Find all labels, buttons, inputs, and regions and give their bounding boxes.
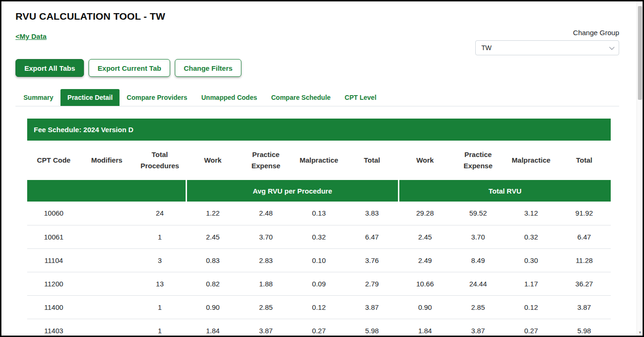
tab-practice-detail[interactable]: Practice Detail	[60, 89, 120, 106]
table-area: Fee Schedule: 2024 Version D CPT CodeMod…	[27, 119, 611, 337]
table-cell: 0.27	[505, 319, 558, 337]
app-window: RVU CALCULATION TOOL - TW <My Data Chang…	[0, 0, 644, 337]
table-cell: 2.45	[187, 225, 240, 248]
column-header: Total	[558, 141, 611, 180]
table-cell: 0.10	[292, 248, 345, 272]
table-cell: 2.48	[240, 202, 292, 225]
table-cell	[80, 225, 133, 248]
table-cell: 0.32	[292, 225, 345, 248]
table-body: 10060241.222.480.133.8329.2859.523.1291.…	[27, 202, 611, 337]
table-cell: 0.12	[292, 295, 345, 319]
group-header: Total RVU	[398, 180, 611, 202]
table-cell: 0.32	[505, 225, 558, 248]
column-header: Practice Expense	[451, 141, 504, 180]
table-cell: 3.87	[558, 295, 611, 319]
table-cell: 0.82	[187, 272, 240, 295]
table-cell: 0.90	[398, 295, 451, 319]
table-cell: 1	[133, 319, 186, 337]
table-row: 1110430.832.830.103.762.498.490.3011.28	[27, 248, 611, 272]
table-cell: 10060	[27, 202, 80, 225]
column-header: Malpractice	[505, 141, 558, 180]
column-header: Work	[398, 141, 451, 180]
chevron-down-icon	[609, 45, 614, 50]
table-cell	[80, 248, 133, 272]
table-cell: 2.45	[398, 225, 451, 248]
export-current-tab-button[interactable]: Export Current Tab	[89, 59, 170, 77]
table-cell: 5.98	[558, 319, 611, 337]
change-group-selected-value: TW	[481, 44, 492, 52]
top-row: <My Data Change Group TW	[15, 29, 619, 55]
table-cell: 3.70	[451, 225, 504, 248]
table-cell: 2.85	[240, 295, 292, 319]
vertical-scrollbar[interactable]: ▼	[637, 1, 643, 336]
group-header: Avg RVU per Procedure	[187, 180, 399, 202]
tab-summary[interactable]: Summary	[16, 89, 60, 106]
table-cell: 3.12	[505, 202, 558, 225]
page-title: RVU CALCULATION TOOL - TW	[15, 11, 619, 22]
scrollbar-down-arrow-icon[interactable]: ▼	[637, 330, 643, 335]
table-cell: 11.28	[558, 248, 611, 272]
toolbar: Export All Tabs Export Current Tab Chang…	[15, 59, 619, 77]
group-header	[27, 180, 187, 202]
table-cell: 0.09	[292, 272, 345, 295]
table-cell: 6.47	[345, 225, 398, 248]
change-group-select[interactable]: TW	[475, 40, 619, 55]
table-cell: 29.28	[398, 202, 451, 225]
change-group-label: Change Group	[475, 29, 619, 37]
rvu-table: CPT CodeModifiersTotal ProceduresWorkPra…	[27, 141, 611, 337]
table-cell: 0.83	[187, 248, 240, 272]
table-cell: 2.83	[240, 248, 292, 272]
table-row: 1006112.453.700.326.472.453.700.326.47	[27, 225, 611, 248]
table-cell: 1	[133, 225, 186, 248]
table-cell: 36.27	[558, 272, 611, 295]
table-cell: 3.87	[451, 319, 504, 337]
table-cell: 0.13	[292, 202, 345, 225]
tab-unmapped-codes[interactable]: Unmapped Codes	[194, 89, 264, 106]
table-cell: 0.90	[187, 295, 240, 319]
table-cell: 11200	[27, 272, 80, 295]
table-cell: 6.47	[558, 225, 611, 248]
table-cell: 10.66	[398, 272, 451, 295]
table-cell	[80, 202, 133, 225]
table-cell: 1.17	[505, 272, 558, 295]
table-row: 1140311.843.870.275.981.843.870.275.98	[27, 319, 611, 337]
table-cell: 0.27	[292, 319, 345, 337]
table-cell: 5.98	[345, 319, 398, 337]
table-cell: 0.12	[505, 295, 558, 319]
table-cell: 24	[133, 202, 186, 225]
table-cell: 3.87	[345, 295, 398, 319]
fee-schedule-banner: Fee Schedule: 2024 Version D	[27, 119, 611, 141]
table-cell	[80, 295, 133, 319]
table-cell: 0.30	[505, 248, 558, 272]
column-header: Work	[187, 141, 240, 180]
column-header: Total	[345, 141, 398, 180]
change-group: Change Group TW	[475, 29, 619, 55]
table-cell: 2.79	[345, 272, 398, 295]
table-row: 1140010.902.850.123.870.902.850.123.87	[27, 295, 611, 319]
column-header: Total Procedures	[133, 141, 186, 180]
page-content: RVU CALCULATION TOOL - TW <My Data Chang…	[1, 1, 643, 337]
my-data-link[interactable]: <My Data	[15, 32, 46, 40]
tab-cpt-level[interactable]: CPT Level	[337, 89, 383, 106]
change-filters-button[interactable]: Change Filters	[175, 59, 241, 77]
column-header: Malpractice	[292, 141, 345, 180]
column-header: Practice Expense	[240, 141, 292, 180]
table-cell: 91.92	[558, 202, 611, 225]
table-cell: 1	[133, 295, 186, 319]
table-cell: 3.76	[345, 248, 398, 272]
column-header-row: CPT CodeModifiersTotal ProceduresWorkPra…	[27, 141, 611, 180]
table-cell	[80, 319, 133, 337]
table-cell: 1.84	[187, 319, 240, 337]
table-cell: 3.87	[240, 319, 292, 337]
scrollbar-thumb[interactable]	[638, 6, 642, 100]
table-cell: 8.49	[451, 248, 504, 272]
export-all-tabs-button[interactable]: Export All Tabs	[15, 59, 84, 77]
table-cell: 1.22	[187, 202, 240, 225]
tab-compare-providers[interactable]: Compare Providers	[120, 89, 194, 106]
table-row: 11200130.821.880.092.7910.6624.441.1736.…	[27, 272, 611, 295]
table-cell: 1.84	[398, 319, 451, 337]
tab-compare-schedule[interactable]: Compare Schedule	[264, 89, 338, 106]
table-cell: 11104	[27, 248, 80, 272]
table-cell	[80, 272, 133, 295]
table-cell: 24.44	[451, 272, 504, 295]
